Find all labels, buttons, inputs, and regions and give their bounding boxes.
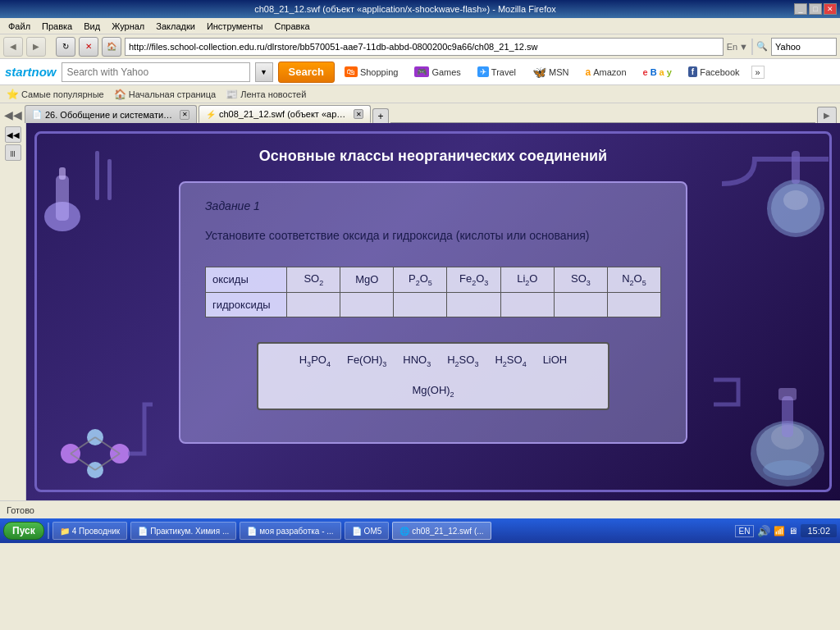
- table-cell-fe2o3[interactable]: Fe2O3: [447, 267, 500, 293]
- svg-rect-8: [792, 151, 800, 184]
- table-answer-7[interactable]: [607, 292, 660, 317]
- lang-indicator[interactable]: EN: [735, 525, 755, 537]
- address-bar[interactable]: [125, 38, 724, 56]
- more-links-button[interactable]: »: [751, 66, 765, 79]
- table-header-oxidy: оксиды: [206, 267, 287, 293]
- tab-scroll-left[interactable]: ◀◀: [3, 107, 23, 123]
- svg-rect-3: [95, 151, 99, 200]
- bookmark-news[interactable]: 📰 Лента новостей: [222, 88, 309, 101]
- table-cell-li2o[interactable]: Li2O: [500, 267, 554, 293]
- taskbar-firefox[interactable]: 🌐 ch08_21_12.swf (...: [392, 522, 491, 540]
- yahoo-link-ebay[interactable]: eBay: [638, 66, 677, 79]
- menu-file[interactable]: Файл: [3, 20, 35, 33]
- answer-h2so4[interactable]: H2SO4: [495, 354, 526, 368]
- menu-help[interactable]: Справка: [269, 20, 314, 33]
- browser-body: ◀◀ |||: [0, 123, 840, 500]
- menu-view[interactable]: Вид: [79, 20, 105, 33]
- answer-mgoh2[interactable]: Mg(OH)2: [412, 384, 454, 399]
- reload-button[interactable]: ↻: [56, 37, 75, 57]
- yahoo-search-button[interactable]: Search: [278, 62, 335, 83]
- start-button[interactable]: Пуск: [3, 522, 44, 540]
- yahoo-search-input[interactable]: [62, 62, 250, 82]
- maximize-button[interactable]: □: [809, 3, 822, 15]
- moya-icon: 📄: [247, 527, 257, 536]
- table-header-gidroksidy: гидроксиды: [206, 292, 287, 317]
- table-cell-mgo[interactable]: MgO: [340, 267, 394, 293]
- home-button[interactable]: 🏠: [102, 37, 121, 57]
- bookmark-home[interactable]: 🏠 Начальная страница: [111, 88, 219, 101]
- yahoo-link-travel[interactable]: ✈ Travel: [472, 65, 521, 79]
- corner-br-deco: [714, 355, 829, 489]
- menu-bar: Файл Правка Вид Журнал Закладки Инструме…: [0, 18, 840, 34]
- back-button[interactable]: ◀: [3, 37, 23, 57]
- answer-lioh[interactable]: LiOH: [543, 354, 568, 368]
- status-text: Готово: [7, 505, 34, 515]
- svg-rect-4: [107, 159, 112, 200]
- yahoo-search-dropdown[interactable]: ▼: [255, 62, 273, 82]
- taskbar-explorer[interactable]: 📁 4 Проводник: [52, 522, 128, 540]
- yahoo-link-facebook[interactable]: f Facebook: [683, 65, 745, 79]
- answer-h3po4[interactable]: H3PO4: [299, 354, 331, 368]
- tray-icon-sound: 🔊: [757, 525, 770, 537]
- close-button[interactable]: ✕: [824, 3, 837, 15]
- nav-bar: ◀ ▶ ↻ ✕ 🏠 En ▼ 🔍: [0, 34, 840, 59]
- tab-0-close[interactable]: ✕: [180, 110, 189, 120]
- answer-feoh3[interactable]: Fe(OH)3: [347, 354, 386, 368]
- tab-0[interactable]: 📄 26. Обобщение и систематизация зн... ✕: [25, 105, 197, 123]
- sidebar-expand-btn[interactable]: |||: [5, 144, 21, 161]
- tray-icon-monitor: 🖥: [788, 526, 797, 536]
- flash-instruction: Установите соответствие оксида и гидрокс…: [205, 229, 661, 242]
- tabs-bar: ◀◀ 📄 26. Обобщение и систематизация зн..…: [0, 103, 840, 123]
- table-answer-4[interactable]: [447, 292, 500, 317]
- table-cell-so3[interactable]: SO3: [554, 267, 607, 293]
- answer-choices-box: H3PO4 Fe(OH)3 HNO3 H2SO3 H2SO4 LiOH Mg(O…: [257, 342, 609, 410]
- menu-bookmarks[interactable]: Закладки: [151, 20, 200, 33]
- forward-button[interactable]: ▶: [26, 37, 46, 57]
- svg-rect-22: [778, 388, 797, 400]
- taskbar-praktikum[interactable]: 📄 Практикум. Химия ...: [130, 522, 236, 540]
- sidebar-nav-btn[interactable]: ◀◀: [5, 126, 21, 143]
- taskbar: Пуск 📁 4 Проводник 📄 Практикум. Химия ..…: [0, 518, 840, 543]
- tray-icon-network: 📶: [774, 526, 785, 536]
- window-title: ch08_21_12.swf (объект «application/x-sh…: [16, 4, 794, 14]
- bookmark-popular[interactable]: ⭐ Самые популярные: [3, 88, 107, 101]
- yahoo-link-games[interactable]: 🎮 Games: [409, 65, 465, 79]
- firefox-icon: 🌐: [399, 527, 409, 536]
- taskbar-moya[interactable]: 📄 моя разработка - ...: [240, 522, 340, 540]
- table-answer-2[interactable]: [340, 292, 394, 317]
- taskbar-divider: [48, 523, 49, 539]
- stop-button[interactable]: ✕: [79, 37, 98, 57]
- menu-edit[interactable]: Правка: [37, 20, 77, 33]
- svg-rect-21: [782, 396, 793, 437]
- title-bar: ch08_21_12.swf (объект «application/x-sh…: [0, 0, 840, 18]
- menu-history[interactable]: Журнал: [107, 20, 149, 33]
- window-controls[interactable]: _ □ ✕: [794, 3, 837, 15]
- table-cell-n2o5[interactable]: N2O5: [607, 267, 660, 293]
- svg-point-20: [763, 460, 812, 480]
- menu-tools[interactable]: Инструменты: [202, 20, 268, 33]
- yahoo-nav-links: 🛍 Shopping 🎮 Games ✈ Travel 🦋 MSN a Amaz…: [340, 64, 835, 80]
- minimize-button[interactable]: _: [794, 3, 807, 15]
- flash-title: Основные классы неорганических соединени…: [259, 148, 607, 165]
- main-content: Основные классы неорганических соединени…: [26, 123, 840, 500]
- svg-point-7: [783, 190, 808, 210]
- tab-1[interactable]: ⚡ ch08_21_12.swf (объект «applic...» ✕: [199, 105, 371, 123]
- praktikum-icon: 📄: [138, 527, 148, 536]
- table-answer-3[interactable]: [394, 292, 447, 317]
- table-answer-6[interactable]: [554, 292, 607, 317]
- bookmarks-bar: ⭐ Самые популярные 🏠 Начальная страница …: [0, 85, 840, 103]
- answer-hno3[interactable]: HNO3: [403, 354, 431, 368]
- yahoo-link-msn[interactable]: 🦋 MSN: [527, 64, 573, 80]
- table-cell-p2o5[interactable]: P2O5: [394, 267, 447, 293]
- new-tab-button[interactable]: +: [372, 108, 389, 123]
- tab-scroll-right[interactable]: ▶: [817, 107, 837, 123]
- answer-h2so3[interactable]: H2SO3: [447, 354, 478, 368]
- table-answer-5[interactable]: [500, 292, 554, 317]
- yahoo-link-amazon[interactable]: a Amazon: [580, 65, 631, 80]
- yahoo-link-shopping[interactable]: 🛍 Shopping: [340, 65, 404, 79]
- taskbar-om5[interactable]: 📄 OM5: [345, 522, 390, 540]
- table-cell-so2[interactable]: SO2: [287, 267, 340, 293]
- table-answer-1[interactable]: [287, 292, 340, 317]
- tab-1-close[interactable]: ✕: [354, 109, 363, 119]
- yahoo-search-small[interactable]: [771, 38, 837, 56]
